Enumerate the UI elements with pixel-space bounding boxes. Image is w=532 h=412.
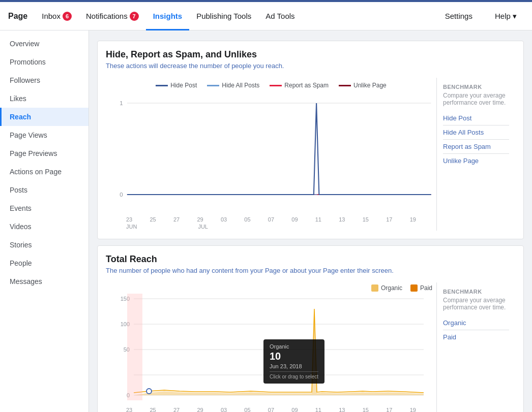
sidebar-item-promotions[interactable]: Promotions: [0, 53, 88, 71]
legend-line-hide-post: [156, 85, 168, 86]
section1-chart-container: Hide Post Hide All Posts Report as Spam: [106, 78, 515, 231]
section2-chart-container: Organic Paid Organic: [106, 282, 515, 412]
nav-settings[interactable]: Settings: [438, 2, 480, 30]
section2-subtitle: The number of people who had any content…: [106, 267, 515, 274]
nav-right: Settings Help ▾: [438, 2, 524, 30]
sidebar-item-actions-on-page[interactable]: Actions on Page: [0, 163, 88, 181]
sidebar-item-overview[interactable]: Overview: [0, 35, 88, 53]
nav-left: Page Inbox 6 Notifications 7 Insights Pu…: [8, 2, 302, 30]
section1-benchmark-title: BENCHMARK: [443, 84, 509, 90]
section2-chart-area: Organic Paid Organic: [106, 282, 436, 412]
section1-month-labels: JUN JUL: [106, 223, 436, 231]
main-content: Hide, Report as Spam, and Unlikes These …: [89, 30, 532, 412]
section1-benchmark: BENCHMARK Compare your average performan…: [436, 78, 515, 231]
legend-hide-post: Hide Post: [156, 82, 197, 89]
section2-benchmark: BENCHMARK Compare your average performan…: [436, 282, 515, 412]
sidebar-item-page-previews[interactable]: Page Previews: [0, 144, 88, 163]
legend-line-unlike-page: [339, 85, 351, 86]
section1-benchmark-desc: Compare your average performance over ti…: [443, 92, 509, 106]
svg-text:1: 1: [120, 100, 123, 106]
sidebar-item-people[interactable]: People: [0, 254, 88, 272]
svg-text:150: 150: [121, 296, 130, 302]
sidebar-item-videos[interactable]: Videos: [0, 217, 88, 236]
legend-label-hide-all-posts: Hide All Posts: [222, 82, 259, 89]
svg-text:0: 0: [127, 392, 130, 398]
sidebar-item-stories[interactable]: Stories: [0, 236, 88, 254]
sidebar-item-posts[interactable]: Posts: [0, 181, 88, 199]
benchmark-link-report-as-spam[interactable]: Report as Spam: [443, 140, 509, 154]
section2-title: Total Reach: [106, 254, 515, 265]
section2-legend: Organic Paid: [106, 282, 436, 294]
section2-x-labels: 23 25 27 29 03 05 07 09 11 13 15 17: [106, 407, 436, 412]
section-hide-report: Hide, Report as Spam, and Unlikes These …: [97, 41, 524, 239]
svg-point-14: [146, 389, 152, 394]
nav-help[interactable]: Help ▾: [488, 2, 524, 30]
sidebar: Overview Promotions Followers Likes Reac…: [0, 30, 89, 412]
sidebar-item-page-views[interactable]: Page Views: [0, 126, 88, 144]
sidebar-item-events[interactable]: Events: [0, 199, 88, 217]
svg-marker-13: [134, 309, 424, 395]
main-layout: Overview Promotions Followers Likes Reac…: [0, 30, 532, 412]
legend-label-report-as-spam: Report as Spam: [284, 82, 329, 89]
section1-title: Hide, Report as Spam, and Unlikes: [106, 49, 515, 60]
legend-hide-all-posts: Hide All Posts: [207, 82, 259, 89]
nav-publishing-tools[interactable]: Publishing Tools: [189, 2, 258, 30]
nav-inbox[interactable]: Inbox 6: [35, 2, 79, 30]
section2-benchmark-desc: Compare your average performance over ti…: [443, 297, 509, 311]
legend-label-unlike-page: Unlike Page: [353, 82, 387, 89]
section1-legend: Hide Post Hide All Posts Report as Spam: [106, 78, 436, 93]
benchmark-link-hide-all-posts[interactable]: Hide All Posts: [443, 125, 509, 140]
svg-text:0: 0: [120, 192, 123, 198]
section-total-reach: Total Reach The number of people who had…: [97, 245, 524, 412]
section2-svg-wrapper[interactable]: Organic 10 Jun 23, 2018 Click or drag to…: [106, 294, 436, 412]
section2-svg: 150 100 50 0: [106, 294, 436, 405]
top-navigation: Page Inbox 6 Notifications 7 Insights Pu…: [0, 2, 532, 30]
nav-insights[interactable]: Insights: [146, 2, 190, 30]
benchmark-link-organic[interactable]: Organic: [443, 316, 509, 330]
section1-svg: 1 0: [106, 93, 436, 215]
legend-report-as-spam: Report as Spam: [270, 82, 329, 89]
benchmark-link-paid[interactable]: Paid: [443, 330, 509, 344]
section1-svg-wrapper[interactable]: 1 0: [106, 93, 436, 231]
nav-notifications[interactable]: Notifications 7: [79, 2, 146, 30]
legend-label-paid: Paid: [420, 284, 432, 292]
section1-x-labels: 23 25 27 29 03 05 07 09 11 13 15 17: [106, 216, 436, 223]
svg-text:50: 50: [124, 346, 130, 353]
benchmark-link-unlike-page[interactable]: Unlike Page: [443, 154, 509, 168]
nav-ad-tools[interactable]: Ad Tools: [258, 2, 302, 30]
sidebar-item-followers[interactable]: Followers: [0, 71, 88, 89]
legend-unlike-page: Unlike Page: [339, 82, 387, 89]
svg-text:100: 100: [121, 321, 130, 327]
section2-benchmark-title: BENCHMARK: [443, 289, 509, 295]
legend-box-paid: [410, 284, 418, 292]
section1-subtitle: These actions will decrease the number o…: [106, 62, 515, 70]
inbox-badge: 6: [63, 12, 72, 21]
brand-label: Page: [8, 12, 35, 21]
legend-line-hide-all-posts: [207, 85, 219, 86]
legend-label-organic: Organic: [381, 284, 402, 292]
legend-label-hide-post: Hide Post: [170, 82, 197, 89]
sidebar-item-likes[interactable]: Likes: [0, 89, 88, 108]
sidebar-item-reach[interactable]: Reach: [0, 108, 88, 126]
legend-organic: Organic: [371, 284, 402, 292]
sidebar-item-messages[interactable]: Messages: [0, 272, 88, 291]
legend-box-organic: [371, 284, 378, 292]
benchmark-link-hide-post[interactable]: Hide Post: [443, 111, 509, 125]
section1-chart-area: Hide Post Hide All Posts Report as Spam: [106, 78, 436, 231]
legend-line-report-as-spam: [270, 85, 282, 86]
notifications-badge: 7: [130, 12, 139, 21]
legend-paid: Paid: [410, 284, 432, 292]
